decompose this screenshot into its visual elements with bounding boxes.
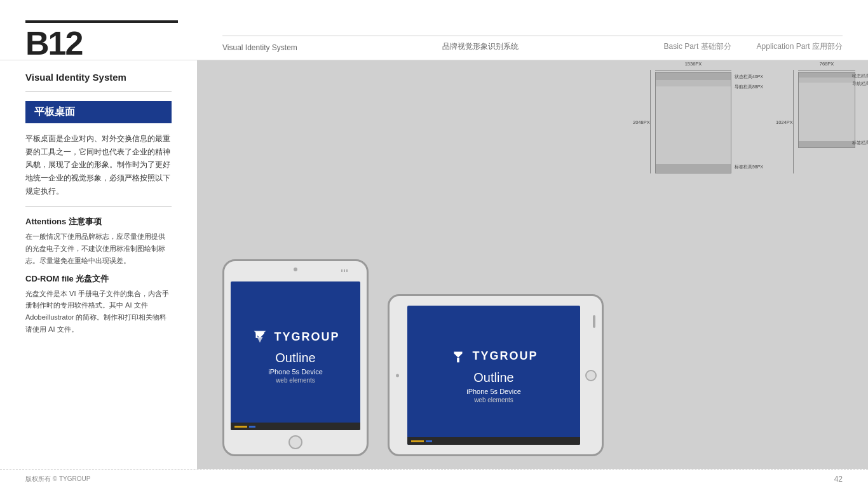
outline-label-1: Outline [275,351,315,365]
diag1-nav-label: 导航栏高88PX [735,84,763,90]
ty-logo-icon-1 [251,328,269,346]
diag2-nav-label: 导航栏高44PX [852,81,868,87]
svg-rect-5 [458,357,460,362]
body-text: 平板桌面是企业对内、对外交换信息的最重要的工具之一，它同时也代表了企业的精神风貌… [25,132,172,198]
tygroup-logo-1: TYGROUP [251,328,339,346]
web-label-1: web elements [276,377,315,384]
diag2-status-bar [799,72,855,78]
nav-right: Basic Part 基础部分 Application Part 应用部分 [664,41,843,52]
ipad-portrait-home-btn[interactable] [288,435,302,449]
bottom-bar-1 [231,423,360,430]
diag2-tab-bar [799,141,855,147]
logo-text: B12 [25,27,222,60]
left-panel: Visual Identity System 平板桌面 平板桌面是企业对内、对外… [0,60,197,469]
ipad-landscape: TYGROUP Outline iPhone 5s Device web ele… [388,294,604,456]
ty-brand-name-2: TYGROUP [472,349,538,363]
ipad-portrait-speaker [341,269,348,272]
diag1-nav-bar [656,80,731,86]
diag1-status-bar [656,72,731,80]
cdrom-body: 光盘文件是本 VI 手册电子文件的集合，内含手册制作时的专用软件格式。其中 AI… [25,288,172,336]
bottom-bar-2 [407,437,580,445]
outline-label-2: Outline [473,370,513,385]
tablets-area: TYGROUP Outline iPhone 5s Device web ele… [222,259,855,456]
ipad-landscape-camera [396,374,399,377]
svg-marker-4 [454,351,463,357]
footer-copyright: 版权所有 © TYGROUP [25,475,90,484]
ty-brand-name-1: TYGROUP [274,330,339,344]
diag2-width-label: 768PX [820,61,834,67]
web-label-2: web elements [474,396,513,403]
diag1-status-label: 状态栏高40PX [735,74,763,80]
section-title: Visual Identity System [25,72,172,83]
header: B12 Visual Identity System 品牌视觉形象识别系统 Ba… [0,0,868,60]
diag1-box: 状态栏高40PX 导航栏高88PX 标签栏高98PX [655,72,731,173]
ipad-landscape-screen: TYGROUP Outline iPhone 5s Device web ele… [407,306,580,445]
diagram-2: 768PX 1024PX 状态栏高20PX 导航栏高44PX [798,70,855,173]
diag2-box: 状态栏高20PX 导航栏高44PX 标签栏高49PX [798,72,855,148]
ipad-portrait-content: TYGROUP Outline iPhone 5s Device web ele… [231,281,360,430]
diag2-nav-bar [799,78,855,83]
tygroup-logo-2: TYGROUP [449,348,538,365]
ipad-landscape-home-btn[interactable] [585,370,597,381]
diag2-tab-label: 标签栏高49PX [852,140,868,146]
logo-area: B12 [25,20,222,60]
cdrom-title: CD-ROM file 光盘文件 [25,273,172,285]
bottom-bar-blue-1 [249,426,255,428]
footer-page: 42 [834,475,843,484]
diag1-height-label: 2048PX [633,119,650,125]
attention-divider [25,207,172,207]
ipad-portrait: TYGROUP Outline iPhone 5s Device web ele… [222,259,369,456]
diagram-1: 1536PX 2048PX 状态栏高40PX 导航栏高88PX [655,70,731,173]
ipad-portrait-screen: TYGROUP Outline iPhone 5s Device web ele… [231,281,360,430]
bottom-bar-blue-2 [426,440,432,442]
ipad-portrait-camera [294,268,297,271]
nav-area: Visual Identity System 品牌视觉形象识别系统 Basic … [222,36,843,60]
nav-vis-identity: Visual Identity System [222,43,297,52]
device-label-1: iPhone 5s Device [268,368,323,376]
section-divider [25,92,172,92]
ipad-landscape-content: TYGROUP Outline iPhone 5s Device web ele… [407,306,580,445]
dimension-diagrams: 1536PX 2048PX 状态栏高40PX 导航栏高88PX [655,70,855,173]
device-label-2: iPhone 5s Device [466,388,521,395]
diag1-tab-label: 标签栏高98PX [735,164,763,170]
ty-logo-icon-2 [449,348,467,365]
logo-bar [25,20,178,23]
diag1-tab-bar [656,164,731,173]
right-panel: 1536PX 2048PX 状态栏高40PX 导航栏高88PX [197,60,868,469]
nav-basic-part: Basic Part 基础部分 [664,41,731,52]
bottom-bar-gold-1 [234,426,247,428]
attention-title: Attentions 注意事项 [25,216,172,227]
diag2-height-label: 1024PX [776,119,793,125]
bottom-bar-gold-2 [411,440,424,442]
nav-brand-cn: 品牌视觉形象识别系统 [442,41,519,52]
main-layout: Visual Identity System 平板桌面 平板桌面是企业对内、对外… [0,60,868,469]
footer: 版权所有 © TYGROUP 42 [0,469,868,488]
highlight-box: 平板桌面 [25,101,172,123]
diag1-width-label: 1536PX [685,61,702,67]
attention-body: 在一般情况下使用品牌标志，应尽量使用提供的光盘电子文件，不建议使用标准制图绘制标… [25,231,172,266]
ipad-landscape-volume-btn [593,315,595,328]
nav-app-part: Application Part 应用部分 [757,41,843,52]
